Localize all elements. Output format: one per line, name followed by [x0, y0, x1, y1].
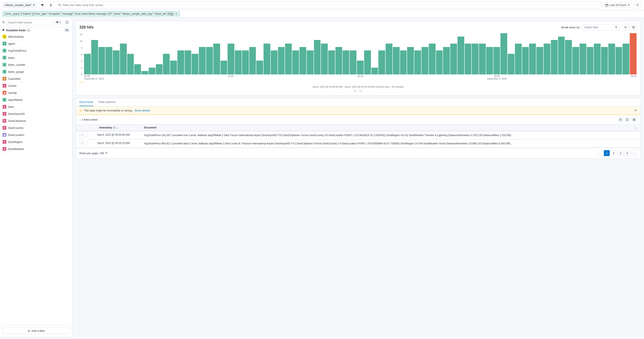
field-item-destregion[interactable]: k DestRegion	[0, 138, 72, 146]
field-item-agent[interactable]: t agent	[0, 40, 72, 47]
field-item-destairportid[interactable]: k DestAirportID	[0, 110, 72, 118]
field-item-carrier[interactable]: k Carrier	[0, 82, 72, 89]
field-type-badge: t	[2, 42, 6, 46]
rows-chevron-icon	[105, 152, 108, 154]
fields-list: t @timestamp t agent # AvgTicketPrice # …	[0, 33, 72, 325]
chart-bar	[120, 44, 127, 75]
chart-bar	[199, 47, 206, 74]
page-3-button[interactable]: 3	[618, 150, 623, 156]
show-details-link[interactable]: Show details	[134, 109, 150, 112]
svg-rect-5	[66, 21, 68, 24]
field-item-destcityname[interactable]: k DestCityName	[0, 118, 72, 124]
filter-chip[interactable]: {"error_query":{"indices":[{"error_type"…	[2, 12, 180, 16]
field-type-badge: k	[2, 140, 6, 144]
refresh-button[interactable]	[634, 2, 642, 8]
time-picker[interactable]: Last 24 hours	[603, 2, 632, 8]
table-row: ↗ Sep 6, 2023 @ 09:34:00.000 AvgTicketPr…	[76, 131, 640, 140]
pagination: Rows per page: 100 ‹ 1 2 3 4 ›	[76, 148, 640, 158]
available-fields-header[interactable]: Available fields 55	[0, 27, 72, 33]
field-filter-button[interactable]: 0	[54, 20, 63, 25]
warning-content: ⚠ The data might be incomplete or wrong.…	[79, 108, 150, 112]
svg-rect-14	[634, 118, 634, 120]
chart-bar	[292, 50, 299, 74]
next-page-button[interactable]: ›	[631, 150, 637, 156]
collapse-sidebar-button[interactable]	[64, 19, 70, 25]
tab-documents[interactable]: Documents	[79, 98, 93, 106]
chart-bar	[184, 50, 192, 74]
hits-count: 328 hits	[79, 25, 94, 30]
field-name: dayOfWeek	[8, 98, 22, 102]
compact-view-icon	[626, 118, 629, 121]
field-item-dest[interactable]: k Dest	[0, 103, 72, 110]
index-selector[interactable]: kibana_sample_data*	[2, 2, 37, 8]
column-settings-button[interactable]	[631, 116, 637, 122]
select-field-placeholder: Select field	[584, 26, 614, 29]
field-item-bytes_counter[interactable]: # bytes_counter	[0, 61, 72, 68]
table-row-inner: ↗ Sep 6, 2023 @ 09:25:22.000 AvgTicketPr…	[79, 140, 637, 148]
search-field-input[interactable]	[6, 20, 53, 25]
filter-chip-close[interactable]: ✕	[175, 12, 178, 16]
field-name: @timestamp	[8, 35, 24, 38]
kql-input[interactable]	[62, 4, 599, 6]
row-checkbox[interactable]	[85, 142, 88, 145]
field-type-badge: k	[2, 126, 6, 130]
chart-bar	[479, 44, 486, 75]
table-row: ↗ Sep 6, 2023 @ 09:25:22.000 AvgTicketPr…	[76, 140, 640, 148]
compact-view-button[interactable]	[624, 116, 630, 122]
select-field-dropdown[interactable]: Select field	[582, 24, 620, 30]
field-name: clientip	[8, 91, 16, 94]
chart-bar	[443, 47, 450, 74]
add-filter-button[interactable]	[48, 2, 54, 8]
field-item-bytes[interactable]: # bytes	[0, 54, 72, 61]
field-item-dayofweek[interactable]: # dayOfWeek	[0, 96, 72, 103]
chart-bar	[228, 44, 234, 75]
expand-row-button[interactable]: ↗	[79, 133, 84, 138]
field-type-badge: k	[2, 147, 6, 151]
chart-area: 12 10 8 6 4 2 0 06:00September 5, 2023	[79, 33, 637, 84]
field-item-destlocation[interactable]: ◉ DestLocation	[0, 132, 72, 138]
chart-settings-button[interactable]	[622, 24, 629, 30]
chart-resize-handle[interactable]: — —	[79, 89, 637, 93]
expanded-view-button[interactable]	[618, 116, 623, 122]
field-item-avgticketprice[interactable]: # AvgTicketPrice	[0, 47, 72, 54]
th-timestamp[interactable]: ↓ timestamp ⌄	[96, 124, 143, 131]
prev-page-button[interactable]: ‹	[597, 150, 603, 156]
row-actions: ↗	[79, 133, 96, 138]
add-field-button[interactable]: Add a field	[2, 328, 70, 334]
chart-bar	[422, 47, 428, 74]
tab-field-statistics[interactable]: Field statistics	[98, 98, 116, 106]
th-document: Document ⌄	[143, 124, 637, 131]
chart-bar	[450, 44, 457, 75]
row-checkbox[interactable]	[85, 134, 88, 137]
column-settings-icon	[633, 118, 636, 121]
chart-bar	[91, 40, 98, 74]
filter-button[interactable]	[39, 2, 46, 8]
field-item-destcountry[interactable]: k DestCountry	[0, 124, 72, 132]
field-item-bytes_gauge[interactable]: # bytes_gauge	[0, 68, 72, 75]
warning-close-button[interactable]: ✕	[634, 108, 637, 112]
y-axis: 12 10 8 6 4 2 0	[79, 33, 84, 80]
row-timestamp: Sep 6, 2023 @ 09:34:00.000	[96, 133, 143, 137]
chart-bar	[407, 47, 414, 74]
page-1-button[interactable]: 1	[604, 150, 610, 156]
field-type-badge: k	[2, 119, 6, 123]
expand-row-button[interactable]: ↗	[79, 141, 84, 146]
field-item-@timestamp[interactable]: t @timestamp	[0, 33, 72, 40]
field-type-badge: #	[2, 63, 6, 66]
field-item-destweather[interactable]: k DestWeather	[0, 146, 72, 152]
rows-per-page-selector[interactable]: Rows per page: 100	[79, 152, 108, 155]
svg-point-7	[625, 26, 626, 28]
page-4-button[interactable]: 4	[624, 150, 630, 156]
filter-chip-text: {"error_query":{"indices":[{"error_type"…	[4, 12, 174, 15]
chart-bar	[594, 44, 600, 75]
chart-bar	[300, 47, 306, 74]
dropdown-chevron-icon	[615, 26, 617, 28]
field-item-cancelled[interactable]: b Cancelled	[0, 75, 72, 82]
sort-info: ↕ 1 field sorted	[79, 118, 98, 121]
kql-search-bar[interactable]	[56, 1, 601, 9]
page-2-button[interactable]: 2	[610, 150, 616, 156]
page-controls: ‹ 1 2 3 4 ›	[597, 150, 637, 156]
field-item-clientip[interactable]: ◉ clientip	[0, 89, 72, 96]
chart-gear-button[interactable]	[630, 24, 637, 30]
field-name: Carrier	[8, 84, 16, 88]
